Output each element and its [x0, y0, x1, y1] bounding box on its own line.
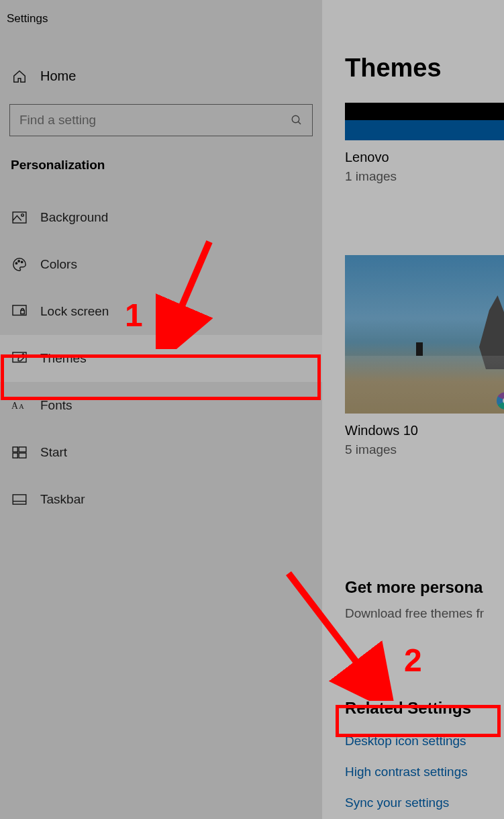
svg-rect-15 — [19, 453, 26, 458]
search-icon — [291, 114, 303, 126]
svg-rect-8 — [21, 310, 24, 314]
palette-icon — [11, 257, 28, 272]
get-more-sub: Download free themes fr — [345, 606, 504, 621]
preview-reflection — [345, 356, 504, 414]
svg-point-4 — [15, 262, 17, 264]
image-icon — [11, 211, 28, 224]
preview-stripe — [345, 103, 504, 120]
settings-window: Settings Home Personalization Background — [0, 0, 504, 819]
link-sync-your-settings[interactable]: Sync your settings — [345, 796, 449, 810]
related-settings-heading: Related Settings — [345, 699, 504, 718]
fonts-icon: AA — [11, 399, 28, 412]
svg-text:A: A — [11, 401, 18, 411]
theme-preview — [345, 255, 504, 414]
themes-icon — [11, 352, 28, 365]
nav-home-label: Home — [40, 68, 76, 84]
svg-point-0 — [292, 115, 299, 123]
sidebar-item-lockscreen[interactable]: Lock screen — [0, 288, 322, 335]
svg-text:A: A — [19, 403, 24, 410]
theme-preview — [345, 103, 504, 140]
sidebar-item-start[interactable]: Start — [0, 429, 322, 476]
sidebar-section: Personalization — [0, 136, 322, 178]
sidebar-item-label: Start — [40, 445, 67, 460]
svg-point-5 — [18, 260, 19, 262]
svg-rect-16 — [13, 495, 26, 504]
sidebar-item-themes[interactable]: Themes — [0, 335, 322, 382]
search-wrap — [0, 104, 322, 136]
sidebar-item-label: Background — [40, 210, 108, 225]
svg-rect-2 — [13, 212, 26, 223]
sidebar-item-fonts[interactable]: AA Fonts — [0, 382, 322, 429]
content-pane: Themes Lenovo 1 images Windows 10 5 imag… — [322, 0, 504, 819]
sidebar-item-label: Themes — [40, 351, 87, 366]
sidebar: Settings Home Personalization Background — [0, 0, 322, 819]
sidebar-item-label: Taskbar — [40, 492, 85, 507]
search-input[interactable] — [19, 113, 291, 128]
theme-image-count: 1 images — [345, 169, 504, 184]
sidebar-item-colors[interactable]: Colors — [0, 241, 322, 288]
theme-name: Lenovo — [345, 150, 504, 165]
sidebar-item-label: Lock screen — [40, 304, 109, 319]
taskbar-icon — [11, 494, 28, 505]
theme-name: Windows 10 — [345, 423, 504, 438]
svg-rect-14 — [13, 453, 17, 458]
link-high-contrast-settings[interactable]: High contrast settings — [345, 765, 468, 779]
lockscreen-icon — [11, 305, 28, 318]
start-icon — [11, 446, 28, 459]
preview-person — [416, 342, 423, 356]
svg-point-3 — [21, 214, 24, 217]
window-title: Settings — [0, 0, 322, 26]
search-box[interactable] — [9, 104, 313, 136]
sidebar-item-taskbar[interactable]: Taskbar — [0, 476, 322, 523]
sidebar-item-label: Colors — [40, 257, 77, 272]
theme-card-lenovo[interactable]: Lenovo 1 images — [345, 103, 504, 184]
theme-image-count: 5 images — [345, 442, 504, 457]
svg-rect-12 — [13, 447, 17, 452]
page-title: Themes — [345, 54, 504, 83]
svg-rect-13 — [19, 447, 26, 452]
nav-home[interactable]: Home — [0, 52, 322, 100]
svg-point-6 — [21, 261, 22, 262]
sidebar-item-background[interactable]: Background — [0, 194, 322, 241]
get-more-heading: Get more persona — [345, 578, 504, 597]
link-desktop-icon-settings[interactable]: Desktop icon settings — [345, 734, 466, 749]
preview-stripe — [345, 120, 504, 140]
svg-line-1 — [298, 122, 301, 124]
home-icon — [11, 69, 28, 84]
sidebar-item-label: Fonts — [40, 398, 72, 413]
theme-card-windows10[interactable]: Windows 10 5 images — [345, 255, 504, 457]
sidebar-nav: Background Colors Lock screen Themes — [0, 194, 322, 523]
